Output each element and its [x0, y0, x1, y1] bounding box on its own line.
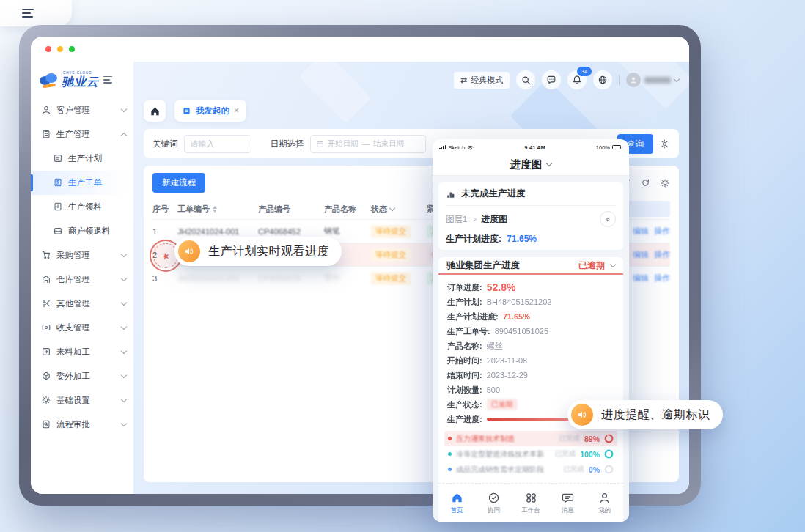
home-icon	[150, 106, 161, 117]
row-action-more[interactable]: 操作	[654, 226, 670, 237]
nav-profile[interactable]: 我的	[587, 491, 623, 515]
divider	[619, 75, 620, 85]
production-status-badge: 已逾期	[487, 399, 518, 410]
keyword-input[interactable]	[184, 135, 251, 153]
sidebar-item-other[interactable]: 其他管理	[31, 292, 133, 316]
page-background: CHYE CLOUD 驰业云 客户管理 生产管理	[0, 0, 805, 532]
sidebar-item-settings[interactable]: 基础设置	[31, 388, 133, 413]
classic-mode-button[interactable]: ⇄ 经典模式	[454, 72, 510, 89]
callout-watch-progress: 生产计划实时观看进度	[174, 237, 342, 266]
cube-icon	[41, 371, 51, 381]
tab-my-initiated[interactable]: 我发起的 ×	[174, 100, 246, 122]
sidebar: CHYE CLOUD 驰业云 客户管理 生产管理	[31, 62, 133, 494]
phone-status-bar: Sketch 9:41 AM 100%	[433, 139, 629, 153]
sidebar-collapse-icon[interactable]	[103, 74, 112, 85]
home-tab-button[interactable]	[144, 100, 166, 122]
messages-button[interactable]	[542, 70, 561, 89]
drawer-icon	[53, 226, 63, 236]
milestone-item[interactable]: 成品完成销售需求定期阶段 已完成 0%	[444, 462, 617, 477]
table-settings-gear-icon[interactable]	[660, 178, 670, 188]
sidebar-item-material-request[interactable]: 生产领料	[31, 195, 133, 219]
sidebar-item-approval[interactable]: 流程审批	[31, 413, 133, 437]
filter-settings-gear-icon[interactable]	[659, 138, 670, 149]
plan-progress-value: 71.65%	[507, 234, 537, 244]
home-icon	[450, 491, 464, 505]
phone-bottom-nav: 首页 协同 工作台 消息	[438, 483, 623, 522]
column-order-no[interactable]: 工单编号	[177, 204, 258, 215]
sidebar-item-production-plan[interactable]: 生产计划	[31, 147, 133, 171]
wifi-icon	[467, 145, 474, 150]
sidebar-item-outsourcing[interactable]: 委外加工	[31, 364, 133, 388]
progress-ring-icon	[604, 434, 614, 443]
milestone-list: 压力灌浆技术制造 已完成 89% 冷等定型塑造淬炼技术革新 已完成 100%	[444, 431, 617, 477]
milestone-item[interactable]: 压力灌浆技术制造 已完成 89%	[444, 431, 617, 446]
date-range-input[interactable]: 开始日期 — 结束日期	[310, 135, 426, 153]
tab-doc-icon	[182, 106, 191, 116]
chat-icon	[546, 75, 556, 85]
row-action-edit[interactable]: 编辑	[633, 226, 649, 237]
cloud-logo-icon	[40, 73, 59, 87]
sidebar-item-finance[interactable]: 收支管理	[31, 316, 133, 340]
notifications-button[interactable]: 34	[567, 70, 587, 89]
swap-icon: ⇄	[460, 75, 467, 85]
sidebar-item-production[interactable]: 生产管理	[31, 122, 133, 147]
collapse-button[interactable]	[600, 211, 616, 227]
battery-icon	[612, 145, 622, 149]
new-process-button[interactable]: 新建流程	[152, 173, 205, 193]
chevron-down-icon	[546, 160, 552, 166]
nav-home[interactable]: 首页	[438, 491, 475, 515]
sidebar-item-warehouse[interactable]: 仓库管理	[31, 267, 133, 292]
nav-workbench[interactable]: 工作台	[512, 491, 549, 515]
date-label: 日期选择	[271, 138, 304, 149]
search-icon	[521, 75, 531, 85]
breadcrumb-parent[interactable]: 图层1	[446, 214, 467, 225]
user-icon	[629, 75, 638, 84]
teal-dot-icon	[448, 452, 452, 456]
refresh-icon[interactable]	[641, 178, 650, 188]
top-navbar: ⇄ 经典模式 34	[144, 69, 679, 91]
collaborate-icon	[487, 491, 501, 505]
sidebar-item-merchant-return[interactable]: 商户领退料	[31, 219, 133, 243]
nav-messages[interactable]: 消息	[549, 491, 586, 515]
notification-badge: 34	[577, 67, 592, 76]
phone-time: 9:41 AM	[474, 144, 596, 151]
zoom-window-dot[interactable]	[69, 46, 75, 52]
status-badge: 等待提交	[371, 248, 411, 262]
avatar	[626, 73, 641, 87]
sidebar-item-purchase[interactable]: 采购管理	[31, 243, 133, 267]
work-order-icon	[53, 177, 63, 188]
battery-percent: 100%	[596, 144, 610, 151]
detail-card: 驰业集团生产进度 已逾期 订单进度:52.8% 生产计划:BH484051521…	[438, 257, 623, 522]
row-action-edit[interactable]: 编辑	[633, 249, 649, 260]
user-menu[interactable]	[626, 73, 679, 87]
row-action-more[interactable]: 操作	[654, 273, 670, 284]
overview-card: 未完成生产进度 图层1 > 进度图 生产计划进度: 71.65%	[438, 182, 623, 250]
tab-close-icon[interactable]: ×	[234, 106, 239, 116]
clipboard-icon	[41, 129, 51, 139]
sidebar-item-work-order[interactable]: 生产工单	[31, 171, 133, 195]
incoming-box-icon	[41, 347, 51, 357]
warehouse-icon	[41, 274, 51, 284]
row-action-more[interactable]: 操作	[654, 249, 670, 260]
search-button[interactable]	[516, 70, 535, 89]
close-window-dot[interactable]	[45, 46, 51, 52]
progress-ring-icon	[604, 465, 614, 474]
row-action-edit[interactable]: 编辑	[633, 273, 649, 284]
detail-card-header[interactable]: 驰业集团生产进度 已逾期	[438, 257, 623, 273]
minimize-window-dot[interactable]	[57, 46, 63, 52]
cart-icon	[41, 250, 51, 260]
approval-doc-icon	[41, 419, 51, 429]
milestone-item[interactable]: 冷等定型塑造淬炼技术革新 已完成 100%	[444, 446, 617, 462]
column-status[interactable]: 状态	[371, 204, 427, 215]
plan-doc-icon	[53, 153, 63, 163]
phone-page-title[interactable]: 进度图	[433, 153, 629, 176]
order-progress-value: 52.8%	[487, 281, 516, 293]
calendar-icon	[316, 140, 324, 148]
sidebar-item-incoming-processing[interactable]: 来料加工	[31, 340, 133, 364]
sidebar-item-customer[interactable]: 客户管理	[31, 98, 133, 122]
speaker-icon	[571, 404, 593, 426]
nav-collaborate[interactable]: 协同	[475, 491, 512, 515]
status-badge: 等待提交	[371, 225, 411, 238]
overdue-status-label: 已逾期	[578, 259, 605, 272]
language-button[interactable]	[593, 70, 612, 89]
